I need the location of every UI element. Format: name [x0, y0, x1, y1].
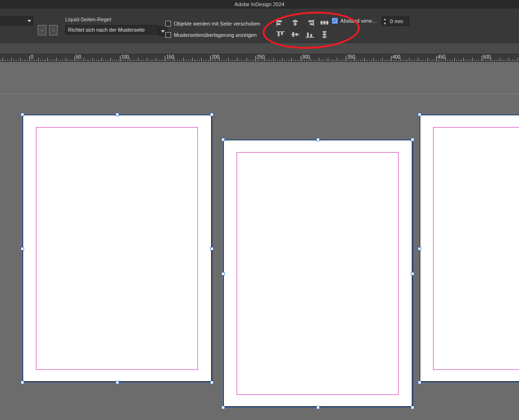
svg-rect-14 — [278, 32, 280, 36]
align-hcenter-button[interactable] — [289, 17, 301, 27]
ruler-label: 350 — [347, 54, 355, 60]
page-2-selection[interactable] — [223, 139, 413, 408]
handle-nw[interactable] — [418, 113, 421, 116]
page-orientation-portrait-icon[interactable]: ▭ — [38, 25, 46, 35]
move-objects-checkbox[interactable] — [165, 21, 171, 26]
align-top-icon — [276, 31, 285, 38]
master-overlay-checkbox[interactable] — [165, 32, 171, 38]
handle-w[interactable] — [418, 247, 421, 250]
handle-e[interactable] — [411, 272, 414, 275]
handle-s[interactable] — [116, 381, 119, 384]
ruler-label: 400 — [392, 54, 400, 60]
handle-sw[interactable] — [418, 381, 421, 384]
align-bottom-button[interactable] — [303, 29, 316, 39]
svg-rect-4 — [293, 20, 298, 22]
distribute-vspace-button[interactable] — [318, 29, 331, 39]
control-bar: ▭ ▯ Liquid-Seiten-Regel: Richtet sich na… — [0, 9, 519, 43]
svg-rect-21 — [310, 34, 312, 37]
handle-n[interactable] — [316, 138, 320, 141]
handle-e[interactable] — [210, 247, 213, 250]
chevron-down-icon — [27, 20, 31, 22]
handle-se[interactable] — [210, 381, 213, 384]
handle-nw[interactable] — [21, 113, 24, 116]
svg-rect-15 — [281, 32, 283, 35]
align-right-button[interactable] — [303, 17, 316, 27]
liquid-rule-label: Liquid-Seiten-Regel: — [65, 17, 165, 22]
page-1-selection[interactable] — [22, 114, 212, 383]
ruler-label: 0 — [31, 54, 34, 60]
align-bottom-icon — [306, 31, 314, 38]
use-spacing-label: Abstand verwe… — [340, 18, 379, 24]
handle-w[interactable] — [221, 272, 225, 275]
spacing-step-up[interactable]: ▲ — [382, 17, 388, 22]
horizontal-ruler[interactable]: 050100150200250300350400450500 — [0, 54, 519, 62]
svg-rect-17 — [292, 32, 294, 37]
panel-strip — [0, 43, 519, 54]
handle-ne[interactable] — [210, 113, 213, 116]
handle-nw[interactable] — [221, 138, 225, 141]
align-right-icon — [306, 19, 314, 26]
svg-rect-20 — [307, 33, 309, 37]
handle-s[interactable] — [316, 406, 320, 409]
distribute-hspace-icon — [320, 19, 329, 26]
ruler-label: 150 — [166, 54, 174, 60]
handle-w[interactable] — [21, 247, 24, 250]
distribute-hspace-button[interactable] — [318, 17, 331, 27]
master-overlay-label: Musterseitenüberlagerung anzeigen — [174, 32, 257, 38]
spacing-step-down[interactable]: ▼ — [382, 22, 388, 26]
page-options-group: Objekte werden mit Seite verschoben Must… — [165, 18, 264, 41]
ruler-label: 200 — [212, 54, 220, 60]
distribute-vspace-icon — [320, 31, 329, 38]
align-hcenter-icon — [291, 19, 299, 26]
ruler-label: 250 — [257, 54, 265, 60]
handle-sw[interactable] — [221, 406, 225, 409]
page-orientation-landscape-icon[interactable]: ▯ — [49, 25, 58, 35]
handle-se[interactable] — [411, 406, 414, 409]
move-objects-label: Objekte werden mit Seite verschoben — [174, 21, 260, 26]
handle-n[interactable] — [116, 113, 119, 116]
window-title: Adobe InDesign 2024 — [0, 0, 519, 9]
unknown-dropdown[interactable] — [0, 17, 33, 26]
ruler-label: 500 — [483, 54, 491, 60]
pasteboard-divider — [0, 93, 519, 94]
page-3-selection[interactable] — [419, 114, 519, 383]
spacing-value: 0 mm — [390, 18, 403, 24]
use-spacing-group: ✓ Abstand verwe… — [332, 18, 379, 24]
align-vcenter-icon — [291, 31, 299, 38]
document-area[interactable] — [0, 62, 519, 420]
svg-rect-18 — [296, 33, 298, 36]
handle-sw[interactable] — [21, 381, 24, 384]
spacing-stepper: ▲ ▼ 0 mm — [382, 17, 409, 26]
ruler-label: 100 — [121, 54, 129, 60]
ruler-label: 450 — [438, 54, 446, 60]
liquid-rule-select[interactable]: Richtet sich nach der Musterseite — [65, 25, 159, 34]
liquid-rule-group: Liquid-Seiten-Regel: Richtet sich nach d… — [65, 17, 165, 34]
align-vcenter-button[interactable] — [289, 29, 301, 39]
svg-rect-1 — [277, 20, 282, 22]
svg-rect-5 — [294, 23, 297, 25]
handle-ne[interactable] — [411, 138, 414, 141]
ruler-label: 300 — [302, 54, 310, 60]
align-top-button[interactable] — [274, 29, 287, 39]
liquid-rule-value: Richtet sich nach der Musterseite — [68, 27, 156, 33]
align-left-button[interactable] — [274, 17, 287, 27]
ruler-label: 50 — [76, 54, 81, 60]
svg-rect-8 — [310, 23, 313, 25]
align-buttons — [274, 17, 332, 39]
use-spacing-checkbox[interactable]: ✓ — [332, 18, 338, 24]
align-left-icon — [276, 19, 285, 26]
chevron-down-icon — [161, 30, 165, 33]
svg-rect-7 — [308, 20, 313, 22]
spacing-input[interactable]: 0 mm — [388, 17, 409, 26]
svg-rect-2 — [277, 23, 281, 25]
